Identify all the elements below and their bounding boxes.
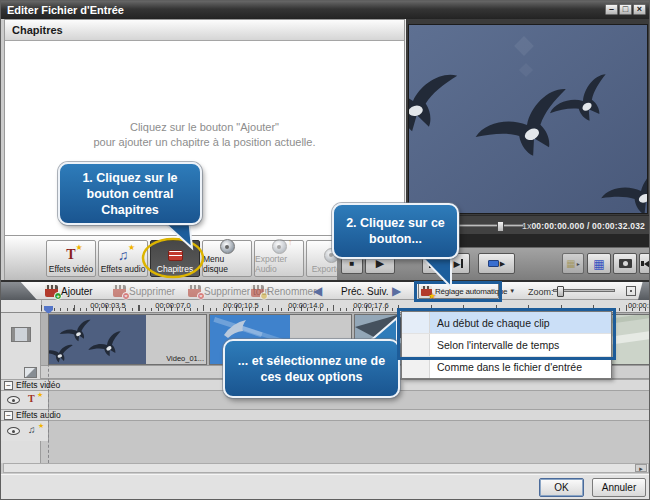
export-frame-button[interactable]: ▦ ▸ <box>562 253 584 274</box>
chapters-hint-line1: Cliquez sur le bouton "Ajouter" <box>5 120 404 135</box>
small-arrow-icon: ▸ <box>577 260 580 267</box>
minimize-button[interactable]: – <box>605 4 618 15</box>
add-chapter-button[interactable]: Ajouter <box>61 286 93 297</box>
chapters-hint-line2: pour ajouter un chapitre à la position a… <box>5 135 404 150</box>
chapters-hint: Cliquez sur le bouton "Ajouter" pour ajo… <box>5 120 404 150</box>
video-track-icon <box>11 327 31 342</box>
footer-bar: OK Annuler <box>1 474 650 500</box>
video-effects-icon: T ★ <box>66 246 75 264</box>
grid-icon: ▦ <box>593 257 604 271</box>
button-label: Exporter Audio <box>255 254 303 274</box>
cancel-button[interactable]: Annuler <box>592 478 646 497</box>
volume-button[interactable]: ▴ <box>639 253 649 274</box>
effets-video-button[interactable]: T ★ Effets vidéo <box>46 240 96 277</box>
ruler-label: 00:00:3 <box>628 301 650 310</box>
toolbar-left-tab <box>1 282 37 300</box>
collapse-icon[interactable]: − <box>4 381 13 390</box>
eye-icon[interactable] <box>7 396 20 404</box>
previous-label: Préc. <box>341 286 364 297</box>
delete-chapter-button[interactable]: Supprimer <box>129 286 175 297</box>
star-icon: ★ <box>37 391 43 399</box>
zoom-slider[interactable] <box>553 289 615 292</box>
video-frame <box>408 24 648 214</box>
seagulls-video-image <box>409 25 647 213</box>
clip-label: Video_01... <box>166 354 204 363</box>
callout-2-bubble: 2. Cliquez sur ce bouton... <box>332 203 459 259</box>
next-chapter-button[interactable]: ▶ <box>392 284 401 298</box>
effects-audio-controls: ♫ ★ <box>1 421 49 441</box>
effects-video-title: Effets vidéo <box>16 380 60 390</box>
effects-video-controls: T ★ <box>1 391 49 409</box>
frame-bar-icon <box>461 259 463 268</box>
previous-chapter-button[interactable]: ◀ <box>313 284 322 298</box>
disc-menu-icon <box>220 239 235 254</box>
clip-thumbnail <box>49 315 146 364</box>
add-chapter-icon: + <box>45 285 58 297</box>
speaker-icon <box>644 260 649 268</box>
advance-icon: ▶ <box>500 260 505 268</box>
rename-chapter-button[interactable]: Renommer <box>267 286 316 297</box>
effects-audio-header: − Effets audio <box>1 409 650 421</box>
editor-window: Editer Fichier d'Entrée – □ × Chapitres … <box>0 0 650 500</box>
star-icon: ★ <box>38 422 44 430</box>
dropdown-arrow-icon: ▼ <box>509 288 515 294</box>
film-chip-icon <box>488 260 499 267</box>
maximize-button[interactable]: □ <box>619 4 632 15</box>
fit-view-button[interactable] <box>626 286 636 296</box>
collapse-icon[interactable]: − <box>4 411 13 420</box>
chapters-panel-header: Chapitres <box>5 20 404 41</box>
ruler-corner <box>1 300 42 312</box>
transition-track-icon <box>24 367 37 378</box>
window-titlebar: Editer Fichier d'Entrée – □ × <box>1 1 650 19</box>
callout-3-bubble: ... et sélectionnez une de ces deux opti… <box>223 339 400 398</box>
camera-icon <box>619 259 632 268</box>
speed-slider[interactable] <box>458 224 524 227</box>
grid-view-button[interactable]: ▦ <box>587 253 611 274</box>
ruler-label: 00:00:03.5 <box>88 301 128 310</box>
horizontal-scrollbar[interactable]: ▸ <box>3 463 649 473</box>
export-grid-icon: ▦ <box>566 258 575 269</box>
export-audio-icon: ↑ <box>272 239 287 254</box>
button-label: Menu disque <box>203 254 251 274</box>
snapshot-button[interactable] <box>613 253 637 274</box>
button-label: Effets vidéo <box>49 264 93 274</box>
rename-chapter-icon <box>251 285 264 297</box>
timeline-clip[interactable]: Video_01... <box>48 314 207 365</box>
toolbar-right-tab <box>638 282 650 300</box>
time-display: 00:00:00.000 / 00:00:32.032 <box>531 221 645 231</box>
delete-all-icon: × <box>188 285 201 297</box>
chapters-panel-title: Chapitres <box>12 24 63 36</box>
eye-icon[interactable] <box>7 427 20 435</box>
frame-advance-button[interactable]: ▶ <box>478 253 515 274</box>
stop-icon: ■ <box>350 259 355 268</box>
ruler-label: 00:00:17.6 <box>351 301 391 310</box>
window-title: Editer Fichier d'Entrée <box>7 4 124 16</box>
ruler-label: 00:00:10.5 <box>221 301 261 310</box>
callout-1-bubble: 1. Cliquez sur le bouton central Chapitr… <box>58 162 202 225</box>
menu-disque-button[interactable]: Menu disque <box>202 240 252 277</box>
chapters-toolbar: + Ajouter × Supprimer × Supprimer tout R… <box>1 282 650 300</box>
ruler-label: 00:00:07.0 <box>153 301 193 310</box>
highlight-box-menu <box>397 308 616 360</box>
zoom-label: Zoom: <box>528 287 554 297</box>
audio-effects-icon: ♫ ★ <box>118 246 129 264</box>
ruler-label: 00:00:14.0 <box>286 301 326 310</box>
audio-effect-icon: ♫ <box>28 424 36 435</box>
close-button[interactable]: × <box>633 4 646 15</box>
video-effect-icon: T <box>28 393 35 404</box>
effects-audio-title: Effets audio <box>16 410 61 420</box>
window-controls: – □ × <box>605 4 646 15</box>
zoom-slider-thumb[interactable] <box>557 286 564 297</box>
effects-audio-row: ♫ ★ <box>1 421 650 441</box>
next-label: Suiv. <box>367 286 389 297</box>
scroll-right-button[interactable]: ▸ <box>635 464 647 472</box>
exporter-audio-button[interactable]: ↑ Exporter Audio <box>254 240 304 277</box>
speed-slider-thumb[interactable] <box>497 221 504 232</box>
speed-label: 1x <box>522 221 532 231</box>
delete-chapter-icon: × <box>113 285 126 297</box>
ok-button[interactable]: OK <box>539 478 584 497</box>
